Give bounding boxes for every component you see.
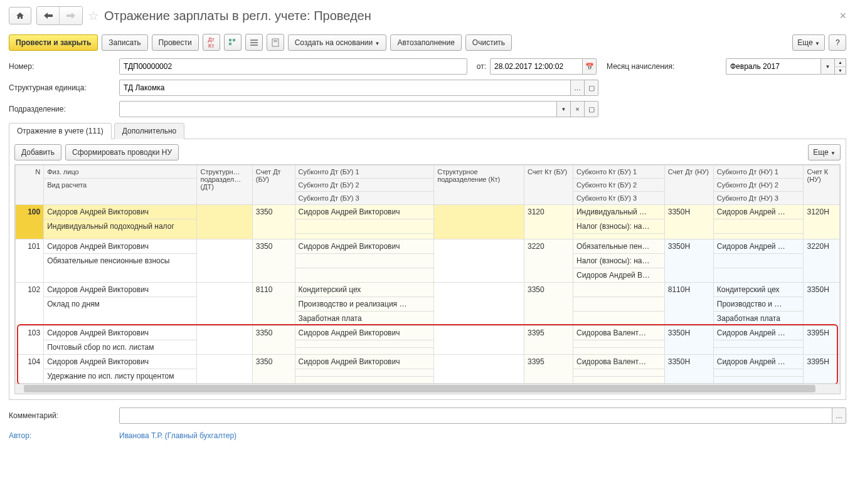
tabs: Отражение в учете (111) Дополнительно xyxy=(9,122,846,139)
table-row[interactable]: 100Сидоров Андрей Викторович3350Сидоров … xyxy=(16,205,840,219)
save-button[interactable]: Записать xyxy=(102,34,147,51)
structure-icon-button[interactable] xyxy=(224,34,242,51)
col-sub-dtnu1[interactable]: Субконто Дт (НУ) 1 xyxy=(713,165,804,179)
h-scrollbar[interactable] xyxy=(15,384,840,394)
autofill-button[interactable]: Автозаполнение xyxy=(390,34,461,51)
unit-select-icon[interactable]: … xyxy=(571,80,585,96)
table-row[interactable]: 101Сидоров Андрей Викторович3350Сидоров … xyxy=(16,239,840,254)
clear-button[interactable]: Очистить xyxy=(465,34,512,51)
tab-reflection[interactable]: Отражение в учете (111) xyxy=(9,123,112,139)
row-number: Номер: от: 📅 Месяц начисления: ▼ ▲▼ xyxy=(9,58,846,75)
close-icon[interactable]: × xyxy=(839,9,846,23)
dept-clear-icon[interactable]: × xyxy=(571,101,585,117)
comment-group: … xyxy=(119,407,846,424)
dept-label: Подразделение: xyxy=(9,105,115,113)
add-button[interactable]: Добавить xyxy=(14,144,61,160)
table-row[interactable]: Обязательные пенсионные взносыНалог (взн… xyxy=(16,254,840,268)
svg-rect-8 xyxy=(273,41,277,42)
col-sub-kt3[interactable]: Субконто Кт (БУ) 3 xyxy=(573,192,664,205)
unit-label: Структурная единица: xyxy=(9,83,115,92)
comment-select-icon[interactable]: … xyxy=(832,407,846,424)
svg-rect-6 xyxy=(272,39,279,46)
doc-icon-button[interactable] xyxy=(267,34,284,51)
list-icon-button[interactable] xyxy=(245,34,263,51)
svg-rect-3 xyxy=(250,39,258,41)
month-spinner[interactable]: ▲▼ xyxy=(835,58,846,75)
dept-input[interactable] xyxy=(119,101,557,117)
forward-button[interactable] xyxy=(60,7,82,24)
table-row[interactable]: 103Сидоров Андрей Викторович3350Сидоров … xyxy=(16,326,840,340)
table-row[interactable]: Почтовый сбор по исп. листам xyxy=(16,340,840,348)
table-row[interactable]: 104Сидоров Андрей Викторович3350Сидоров … xyxy=(16,355,840,369)
col-dt-bu[interactable]: Счет Дт (БУ) xyxy=(252,165,295,205)
col-struct-dt[interactable]: Структурн… подраздел… (ДТ) xyxy=(197,165,252,205)
month-dropdown-icon[interactable]: ▼ xyxy=(821,58,835,75)
col-sub-dt2[interactable]: Субконто Дт (БУ) 2 xyxy=(295,179,434,192)
sub-toolbar: Добавить Сформировать проводки НУ Еще ▼ xyxy=(14,144,841,160)
svg-rect-2 xyxy=(229,43,231,45)
author-link[interactable]: Иванова Т.Р. (Главный бухгалтер) xyxy=(119,431,236,440)
dept-group: ▼ × ▢ xyxy=(119,101,598,117)
back-button[interactable] xyxy=(37,7,60,24)
date-input[interactable] xyxy=(490,58,583,75)
tab-additional[interactable]: Дополнительно xyxy=(114,123,184,139)
number-input[interactable] xyxy=(119,58,467,75)
dept-open-icon[interactable]: ▢ xyxy=(585,101,598,117)
grid[interactable]: N Физ. лицо Структурн… подраздел… (ДТ) С… xyxy=(14,164,841,394)
dept-dropdown-icon[interactable]: ▼ xyxy=(557,101,571,117)
from-label: от: xyxy=(471,62,486,71)
row-comment: Комментарий: … xyxy=(9,407,846,424)
create-based-button[interactable]: Создать на основании ▼ xyxy=(288,34,387,51)
help-button[interactable]: ? xyxy=(829,34,846,51)
tab-content: Добавить Сформировать проводки НУ Еще ▼ … xyxy=(9,139,846,400)
form-nu-button[interactable]: Сформировать проводки НУ xyxy=(65,144,179,160)
grid-more-button[interactable]: Еще ▼ xyxy=(808,144,841,160)
main-toolbar: Провести и закрыть Записать Провести ДтК… xyxy=(9,34,846,51)
unit-group: … ▢ xyxy=(119,80,598,96)
number-label: Номер: xyxy=(9,62,115,71)
month-label: Месяц начисления: xyxy=(607,62,674,71)
col-struct-kt[interactable]: Структурное подразделение (Кт) xyxy=(434,165,524,205)
table-row[interactable]: Удержание по исп. листу процентом xyxy=(16,369,840,377)
col-sub-dtnu3[interactable]: Субконто Дт (НУ) 3 xyxy=(713,192,804,205)
row-unit: Структурная единица: … ▢ xyxy=(9,80,846,96)
col-sub-kt1[interactable]: Субконто Кт (БУ) 1 xyxy=(573,165,664,179)
col-dt-nu[interactable]: Счет Дт (НУ) xyxy=(664,165,713,205)
svg-rect-4 xyxy=(250,42,258,43)
unit-input[interactable] xyxy=(119,80,571,96)
col-kt-nu[interactable]: Счет К (НУ) xyxy=(804,165,840,205)
table-row[interactable]: Индивидуальный подоходный налогНалог (вз… xyxy=(16,219,840,234)
col-n[interactable]: N xyxy=(16,165,44,205)
page-title: Отражение зарплаты в регл. учете: Провед… xyxy=(104,9,371,23)
svg-rect-1 xyxy=(233,39,235,41)
header-bar: ☆ Отражение зарплаты в регл. учете: Пров… xyxy=(9,6,846,25)
post-button[interactable]: Провести xyxy=(152,34,199,51)
month-input[interactable] xyxy=(726,58,821,75)
col-phys[interactable]: Физ. лицо xyxy=(44,165,197,179)
author-label[interactable]: Автор: xyxy=(9,431,115,440)
table-row[interactable]: 102Сидоров Андрей Викторович8110Кондитер… xyxy=(16,283,840,297)
col-kt-bu[interactable]: Счет Кт (БУ) xyxy=(524,165,573,205)
dtk-icon-button[interactable]: ДтКт xyxy=(203,34,220,51)
svg-rect-7 xyxy=(273,40,277,41)
col-calc[interactable]: Вид расчета xyxy=(44,179,197,205)
comment-input[interactable] xyxy=(119,407,832,424)
comment-label: Комментарий: xyxy=(9,411,115,420)
calendar-icon[interactable]: 📅 xyxy=(583,58,597,75)
col-sub-dtnu2[interactable]: Субконто Дт (НУ) 2 xyxy=(713,179,804,192)
row-author: Автор: Иванова Т.Р. (Главный бухгалтер) xyxy=(9,431,846,440)
table-row[interactable]: Оклад по днямПроизводство и реализация …… xyxy=(16,297,840,312)
date-group: 📅 xyxy=(490,58,597,75)
home-button[interactable] xyxy=(9,7,31,24)
svg-rect-0 xyxy=(229,39,231,41)
col-sub-kt2[interactable]: Субконто Кт (БУ) 2 xyxy=(573,179,664,192)
favorite-icon[interactable]: ☆ xyxy=(88,8,99,23)
post-and-close-button[interactable]: Провести и закрыть xyxy=(9,34,98,51)
col-sub-dt3[interactable]: Субконто Дт (БУ) 3 xyxy=(295,192,434,205)
row-dept: Подразделение: ▼ × ▢ xyxy=(9,101,846,117)
unit-open-icon[interactable]: ▢ xyxy=(585,80,598,96)
more-button[interactable]: Еще ▼ xyxy=(792,34,825,51)
nav-group xyxy=(36,6,83,25)
col-sub-dt1[interactable]: Субконто Дт (БУ) 1 xyxy=(295,165,434,179)
month-group: ▼ ▲▼ xyxy=(726,58,846,75)
